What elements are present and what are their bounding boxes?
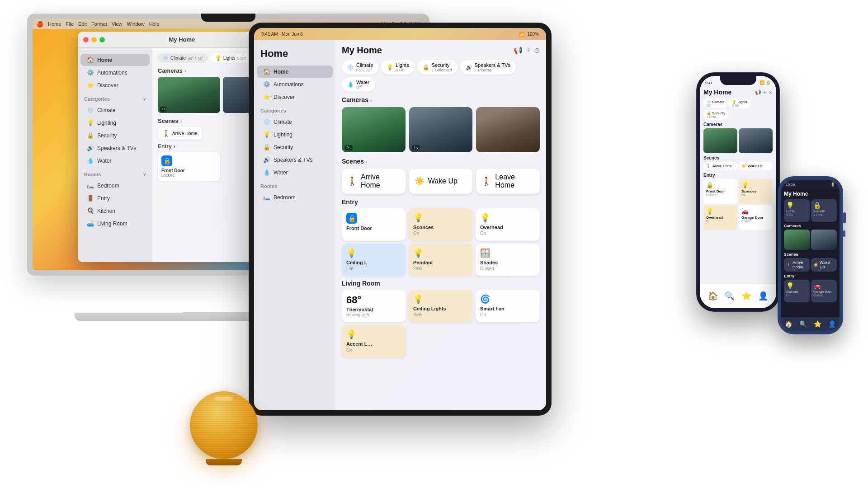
sidebar-item-climate[interactable]: ❄️ Climate xyxy=(80,104,150,116)
menu-file[interactable]: File xyxy=(66,21,74,27)
close-button[interactable] xyxy=(83,37,89,42)
ipad-sidebar-bedroom[interactable]: 🛏️ Bedroom xyxy=(257,191,333,203)
watch-wake-up-scene[interactable]: ☀️ Wake Up xyxy=(811,258,837,272)
iphone-patio-camera[interactable] xyxy=(739,128,773,153)
ipad-sidebar-automations[interactable]: ⚙️ Automations xyxy=(257,78,333,90)
watch-cam-2[interactable] xyxy=(811,230,837,250)
ipad-sidebar-home[interactable]: 🏠 Home xyxy=(257,66,333,78)
iphone-add-icon[interactable]: + xyxy=(764,89,766,95)
ipad-sidebar-speakers[interactable]: 🔊 Speakers & TVs xyxy=(257,154,333,166)
sidebar-item-security[interactable]: 🔒 Security xyxy=(80,129,150,141)
ipad-add-icon[interactable]: + xyxy=(526,46,530,55)
watch-crown[interactable] xyxy=(843,212,846,223)
iphone-sconces-card[interactable]: 💡 Sconces On xyxy=(739,179,773,204)
ipad-pool-camera[interactable]: 2s xyxy=(342,107,406,152)
watch-cameras-header: Cameras xyxy=(784,224,837,228)
ipad-overhead-card[interactable]: 💡 Overhead On xyxy=(476,208,540,241)
watch-arrive-home-scene[interactable]: 🚶 Arrive Home xyxy=(784,258,810,272)
watch-sconces-card[interactable]: 💡 Sconces On xyxy=(784,280,810,302)
watch-lights-card[interactable]: 💡 Lights 5 On xyxy=(784,199,810,222)
ipad-smart-fan-card[interactable]: 🌀 Smart Fan On xyxy=(476,290,540,322)
ipad-speaker-icon[interactable]: 📢 xyxy=(514,46,523,55)
sidebar-entry-label: Entry xyxy=(97,195,110,202)
watch-tab-profile[interactable]: 👤 xyxy=(828,320,836,328)
ipad-sidebar-discover[interactable]: ⭐ Discover xyxy=(257,91,333,103)
iphone-overhead-card[interactable]: 💡 Overhead On xyxy=(703,205,737,230)
mac-front-door-card[interactable]: 🔒 Front Door Locked xyxy=(158,152,220,181)
maximize-button[interactable] xyxy=(99,37,105,42)
ipad-accent-card[interactable]: 💡 Accent L… On xyxy=(342,325,406,357)
menu-home[interactable]: Home xyxy=(48,21,61,27)
ipad-wake-up-scene[interactable]: ☀️ Wake Up xyxy=(409,169,473,194)
ipad-pendant-card[interactable]: 💡 Pendant 29% xyxy=(409,244,473,276)
iphone-pool-camera[interactable] xyxy=(703,128,737,153)
mac-climate-pill[interactable]: ❄️ Climate 68° / 72° xyxy=(158,53,208,63)
watch-security-card[interactable]: 🔒 Security 1 Lock xyxy=(811,199,837,222)
ipad-arrive-home-scene[interactable]: 🚶 Arrive Home xyxy=(342,169,406,194)
iphone-tab-search[interactable]: 🔍 xyxy=(725,291,735,301)
iphone-garage-door-card[interactable]: 🚗 Garage Door Closed xyxy=(739,205,773,230)
ipad-shades-card[interactable]: 🪟 Shades Closed xyxy=(476,244,540,276)
watch-tab-search[interactable]: 🔍 xyxy=(799,320,807,328)
menu-help[interactable]: Help xyxy=(149,21,160,27)
sidebar-item-bedroom[interactable]: 🛏️ Bedroom xyxy=(80,179,150,192)
menu-view[interactable]: View xyxy=(112,21,123,27)
mac-camera-pool[interactable]: 2s xyxy=(158,77,220,113)
iphone-climate-pill[interactable]: ❄️ Climate 68° xyxy=(703,99,727,108)
sidebar-item-entry[interactable]: 🚪 Entry xyxy=(80,192,150,204)
iphone-settings-icon[interactable]: ⊙ xyxy=(769,89,773,95)
ipad-lights-pill[interactable]: 💡 Lights 5 On xyxy=(381,60,414,75)
sidebar-item-kitchen[interactable]: 🍳 Kitchen xyxy=(80,205,150,217)
iphone-tab-profile[interactable]: 👤 xyxy=(758,291,768,301)
ipad-accent-icon: 💡 xyxy=(346,329,401,339)
ipad-sidebar-water[interactable]: 💧 Water xyxy=(257,166,333,178)
ipad-indoor-camera[interactable] xyxy=(476,107,540,152)
ipad-sidebar-climate[interactable]: ❄️ Climate xyxy=(257,116,333,128)
iphone-tab-favorites[interactable]: ⭐ xyxy=(741,291,751,301)
watch-garage-card[interactable]: 🚗 Garage Door Closed xyxy=(811,280,837,302)
iphone-speaker-icon[interactable]: 📢 xyxy=(755,89,761,95)
ipad-sconces-card[interactable]: 💡 Sconces On xyxy=(409,208,473,241)
sidebar-item-automations[interactable]: ⚙️ Automations xyxy=(80,66,150,79)
menu-format[interactable]: Format xyxy=(91,21,107,27)
minimize-button[interactable] xyxy=(91,37,97,42)
iphone-wake-up-scene[interactable]: ☀️ Wake Up xyxy=(739,162,773,170)
sidebar-item-water[interactable]: 💧 Water xyxy=(80,155,150,167)
iphone-front-door-card[interactable]: 🔒 Front Door Locked xyxy=(703,179,737,204)
ipad-sidebar-lighting[interactable]: 💡 Lighting xyxy=(257,128,333,141)
iphone-tab-home[interactable]: 🏠 xyxy=(708,291,718,301)
sidebar-item-lighting[interactable]: 💡 Lighting xyxy=(80,117,150,129)
ipad-status-icons: 📶 100% xyxy=(519,32,539,37)
ipad-security-pill[interactable]: 🔒 Security 1 Unlocked xyxy=(417,60,458,75)
ipad-front-door-card[interactable]: 🔒 Front Door xyxy=(342,208,406,241)
sidebar-item-discover[interactable]: ⭐ Discover xyxy=(80,79,150,91)
mac-arrive-home-scene[interactable]: 🚶 Arrive Home xyxy=(158,127,202,140)
menu-window[interactable]: Window xyxy=(127,21,145,27)
iphone-arrive-home-scene[interactable]: 🚶 Arrive Home xyxy=(703,162,737,170)
ipad-leave-home-scene[interactable]: 🚶 Leave Home xyxy=(476,169,540,194)
iphone-pills: ❄️ Climate 68° 💡 Lights 5 On 🔒 Security … xyxy=(703,99,773,120)
ipad-ceiling-card[interactable]: 💡 Ceiling L Lite xyxy=(342,244,406,276)
sidebar-item-home[interactable]: 🏠 Home xyxy=(80,54,150,66)
ipad-thermostat-card[interactable]: 68° Thermostat Heating to 70 xyxy=(342,290,406,322)
ipad-patio-camera[interactable]: 1s xyxy=(409,107,473,152)
iphone-security-pill[interactable]: 🔒 Security 1 Unlo… xyxy=(703,110,728,120)
ipad-water-pill[interactable]: 💧 Water Off xyxy=(342,77,375,92)
watch-side-button[interactable] xyxy=(843,230,845,237)
watch-tab-home[interactable]: 🏠 xyxy=(785,320,793,328)
mac-lights-pill[interactable]: 💡 Lights 5 On xyxy=(211,53,250,63)
watch-cam-1[interactable] xyxy=(784,230,810,250)
sidebar-item-livingroom[interactable]: 🛋️ Living Room xyxy=(80,217,150,230)
ipad-speakers-pill[interactable]: 🔊 Speakers & TVs 1 Playing xyxy=(460,60,516,75)
watch-tab-favorites[interactable]: ⭐ xyxy=(814,320,821,328)
sidebar-item-speakers[interactable]: 🔊 Speakers & TVs xyxy=(80,142,150,154)
ipad-settings-icon[interactable]: ⊙ xyxy=(534,46,540,55)
ipad-sidebar-security[interactable]: 🔒 Security xyxy=(257,141,333,153)
ipad-climate-pill[interactable]: ❄️ Climate 68° / 72° xyxy=(342,60,378,75)
menu-edit[interactable]: Edit xyxy=(78,21,87,27)
ipad-ceiling-lights-card[interactable]: 💡 Ceiling Lights 95% xyxy=(409,290,473,322)
iphone-lights-pill[interactable]: 💡 Lights 5 On xyxy=(729,99,750,108)
livingroom-icon: 🛋️ xyxy=(87,220,94,227)
ipad-entry-device-grid: 🔒 Front Door 💡 Sconces On 💡 xyxy=(342,208,540,276)
homepod-top-light xyxy=(215,397,233,400)
